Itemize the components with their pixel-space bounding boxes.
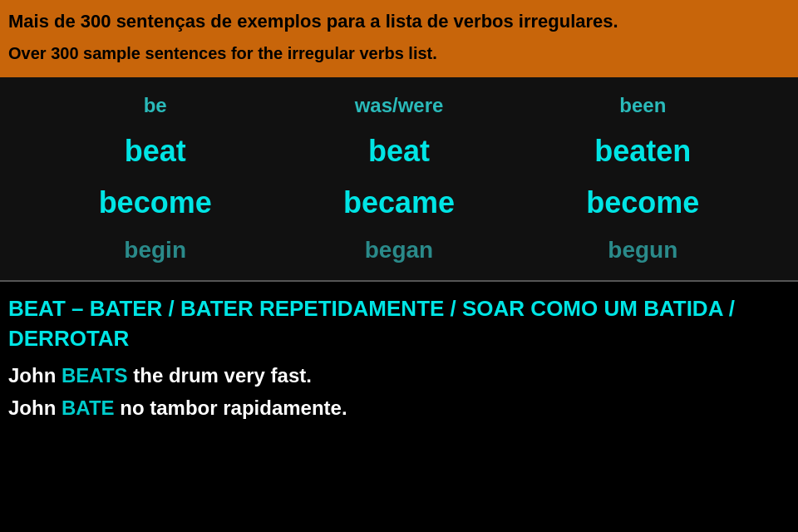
verb-cell-beat2: beat bbox=[277, 129, 520, 174]
verb-beat1: beat bbox=[125, 134, 186, 168]
verb-row-begin: begin began begun bbox=[0, 229, 798, 272]
verb-became: became bbox=[343, 185, 455, 219]
verb-cell-beaten: beaten bbox=[521, 129, 765, 174]
sentence-1-highlight: BEATS bbox=[62, 364, 128, 387]
verb-row-beat: beat beat beaten bbox=[0, 126, 798, 177]
verb-become1: become bbox=[99, 185, 212, 219]
sentence-1: John BEATS the drum very fast. bbox=[8, 360, 790, 392]
verb-been: been bbox=[619, 94, 666, 116]
verb-cell-begun: begun bbox=[521, 232, 765, 268]
verb-be: be bbox=[144, 94, 167, 116]
content-title: BEAT – BATER / BATER REPETIDAMENTE / SOA… bbox=[8, 293, 790, 354]
verb-beaten: beaten bbox=[594, 134, 691, 168]
verb-begun: begun bbox=[608, 237, 677, 263]
header-section: Mais de 300 sentenças de exemplos para a… bbox=[0, 0, 798, 77]
verb-cell-began: began bbox=[277, 232, 520, 268]
sentence-2: John BATE no tambor rapidamente. bbox=[8, 392, 790, 424]
header-en-text: Over 300 sample sentences for the irregu… bbox=[8, 42, 790, 64]
verb-began: began bbox=[365, 237, 433, 263]
sentence-1-suffix: the drum very fast. bbox=[128, 364, 312, 387]
verb-row-become: become became become bbox=[0, 177, 798, 229]
sentence-1-prefix: John bbox=[8, 364, 62, 387]
verb-cell-become1: become bbox=[33, 180, 277, 225]
sentence-2-highlight: BATE bbox=[62, 397, 115, 419]
verb-cell-become2: become bbox=[521, 180, 765, 225]
verb-was-were: was/were bbox=[355, 94, 444, 116]
verb-cell-been: been bbox=[521, 89, 765, 122]
verb-row-be: be was/were been bbox=[0, 86, 798, 126]
verb-cell-was-were: was/were bbox=[277, 89, 520, 122]
verb-beat2: beat bbox=[368, 134, 430, 168]
verb-begin: begin bbox=[124, 237, 186, 263]
verb-become2: become bbox=[586, 185, 699, 219]
verb-cell-begin: begin bbox=[33, 232, 277, 268]
verb-cell-became: became bbox=[277, 180, 520, 225]
content-section: BEAT – BATER / BATER REPETIDAMENTE / SOA… bbox=[0, 282, 798, 436]
verb-table-section: be was/were been beat beat beaten become… bbox=[0, 77, 798, 282]
header-pt-text: Mais de 300 sentenças de exemplos para a… bbox=[8, 10, 790, 34]
verb-cell-beat1: beat bbox=[33, 129, 277, 174]
verb-cell-be: be bbox=[33, 89, 277, 122]
sentence-2-prefix: John bbox=[8, 397, 62, 419]
sentence-2-suffix: no tambor rapidamente. bbox=[115, 397, 347, 419]
